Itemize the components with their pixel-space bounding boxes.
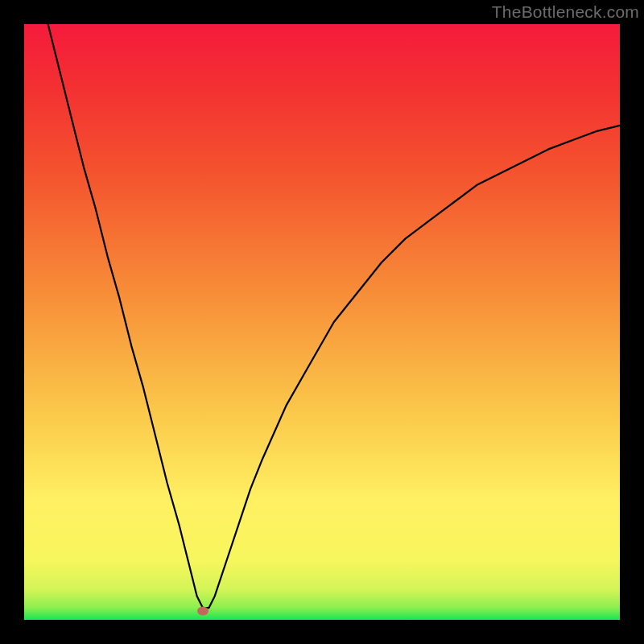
minimum-marker-dot bbox=[197, 606, 208, 615]
watermark-text: TheBottleneck.com bbox=[492, 2, 639, 22]
plot-area bbox=[24, 24, 620, 620]
chart-frame: TheBottleneck.com bbox=[0, 0, 644, 644]
curve-layer bbox=[24, 24, 620, 620]
bottleneck-curve bbox=[48, 24, 620, 608]
